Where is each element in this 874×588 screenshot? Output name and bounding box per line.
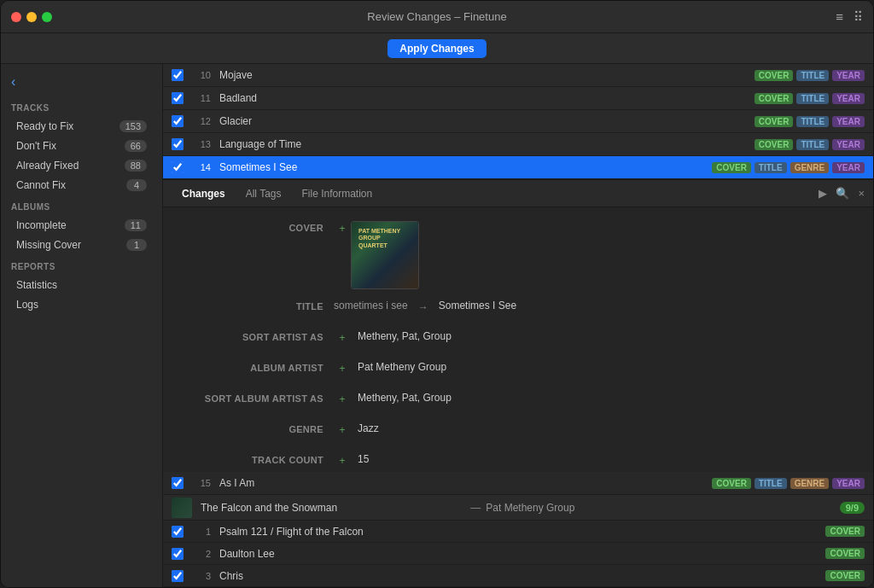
genre-tag: GENRE	[790, 478, 830, 489]
track-tags: COVER	[825, 570, 865, 581]
title-tag: TITLE	[755, 478, 787, 489]
sidebar-item-missing-cover[interactable]: Missing Cover 1	[6, 236, 157, 254]
cover-art-text: PAT METHENYGROUPQUARTET	[358, 228, 400, 249]
field-arrow: +	[334, 330, 351, 344]
minimize-button[interactable]	[26, 12, 37, 22]
field-row-cover: COVER + PAT METHENYGROUPQUARTET	[180, 221, 856, 289]
album-title: The Falcon and the Snowman	[201, 502, 465, 514]
main-layout: ‹ Tracks Ready to Fix 153 Don't Fix 66 A…	[1, 64, 873, 587]
table-row[interactable]: 13 Language of Time COVER TITLE YEAR	[163, 133, 873, 156]
field-row-title: TITLE sometimes i see → Sometimes I See	[180, 300, 856, 320]
table-row[interactable]: 11 Badland COVER TITLE YEAR	[163, 87, 873, 110]
tab-actions: ▶ 🔍 ×	[819, 187, 865, 200]
sidebar-item-cannot-fix[interactable]: Cannot Fix 4	[6, 176, 157, 195]
track-number: 10	[190, 70, 211, 80]
search-icon[interactable]: 🔍	[836, 187, 849, 200]
list-item[interactable]: The Falcon and the Snowman — Pat Metheny…	[163, 495, 873, 521]
field-old-value: sometimes i see	[334, 300, 408, 311]
list-view-icon[interactable]: ≡	[836, 9, 843, 24]
sidebar-item-statistics[interactable]: Statistics	[6, 276, 157, 294]
field-label: TITLE	[180, 300, 334, 311]
field-row-genre: GENRE + Jazz	[180, 422, 856, 443]
field-arrow: →	[415, 300, 432, 313]
apply-changes-button[interactable]: Apply Changes	[387, 39, 486, 58]
year-tag: YEAR	[832, 116, 865, 127]
track-checkbox[interactable]	[172, 92, 184, 104]
album-track-row[interactable]: 15 As I Am COVER TITLE GENRE YEAR	[163, 472, 873, 495]
detail-panel: Changes All Tags File Information ▶ 🔍 ×	[163, 179, 873, 472]
track-checkbox[interactable]	[172, 161, 184, 173]
year-tag: YEAR	[832, 139, 865, 150]
field-label: TRACK COUNT	[180, 453, 334, 465]
detail-tabs: Changes All Tags File Information ▶ 🔍 ×	[163, 180, 873, 207]
track-title: Daulton Lee	[219, 548, 825, 560]
sidebar-item-logs[interactable]: Logs	[6, 295, 157, 314]
window-title: Review Changes – Finetune	[367, 10, 506, 23]
track-tags: COVER TITLE YEAR	[755, 139, 865, 150]
sidebar-item-dont-fix[interactable]: Don't Fix 66	[6, 137, 157, 155]
table-row[interactable]: 3 Chris COVER	[163, 565, 873, 587]
table-row[interactable]: 10 Mojave COVER TITLE YEAR	[163, 64, 873, 87]
track-title: Sometimes I See	[219, 161, 712, 173]
track-title: Chris	[219, 570, 825, 582]
title-tag: TITLE	[755, 162, 787, 173]
titlebar: Review Changes – Finetune ≡ ⠿	[1, 1, 873, 33]
cover-tag: COVER	[755, 116, 794, 127]
table-row[interactable]: 12 Glacier COVER TITLE YEAR	[163, 110, 873, 133]
title-tag: TITLE	[796, 139, 829, 150]
field-row-sort-album-artist: SORT ALBUM ARTIST AS + Metheny, Pat, Gro…	[180, 392, 856, 412]
track-number: 3	[190, 571, 211, 581]
album-count-badge: 9/9	[840, 502, 865, 514]
table-row[interactable]: 14 Sometimes I See COVER TITLE GENRE YEA…	[163, 156, 873, 179]
sidebar-item-incomplete[interactable]: Incomplete 11	[6, 216, 157, 235]
track-checkbox[interactable]	[172, 570, 184, 582]
field-label: COVER	[180, 221, 334, 233]
table-row[interactable]: 1 Psalm 121 / Flight of the Falcon COVER	[163, 521, 873, 543]
cover-art: PAT METHENYGROUPQUARTET	[352, 221, 418, 289]
table-row[interactable]: 2 Daulton Lee COVER	[163, 543, 873, 565]
detail-content: COVER + PAT METHENYGROUPQUARTET	[163, 207, 873, 472]
field-arrow: +	[334, 453, 351, 467]
track-checkbox[interactable]	[172, 477, 184, 489]
track-checkbox[interactable]	[172, 69, 184, 81]
reports-section-label: Reports	[1, 255, 162, 275]
field-label: SORT ARTIST AS	[180, 330, 334, 342]
back-button[interactable]: ‹	[1, 71, 162, 96]
cover-tag: COVER	[712, 162, 751, 173]
track-tags: COVER TITLE YEAR	[755, 93, 865, 104]
track-number: 1	[190, 527, 211, 537]
cover-tag: COVER	[755, 93, 794, 104]
track-tags: COVER	[825, 548, 865, 559]
tab-changes[interactable]: Changes	[172, 183, 236, 205]
content-scroll[interactable]: 10 Mojave COVER TITLE YEAR 11 Badland	[163, 64, 873, 587]
cover-tag: COVER	[712, 478, 751, 489]
cover-container: PAT METHENYGROUPQUARTET	[351, 221, 419, 289]
year-tag: YEAR	[832, 70, 865, 81]
track-checkbox[interactable]	[172, 548, 184, 560]
cover-tag: COVER	[755, 70, 794, 81]
track-checkbox[interactable]	[172, 115, 184, 127]
field-new-value: Jazz	[358, 422, 379, 434]
track-number: 12	[190, 116, 211, 126]
year-tag: YEAR	[832, 93, 865, 104]
play-icon[interactable]: ▶	[819, 187, 827, 200]
track-title: Badland	[219, 92, 755, 104]
maximize-button[interactable]	[42, 12, 52, 22]
tracks-section-label: Tracks	[1, 96, 162, 116]
track-checkbox[interactable]	[172, 526, 184, 538]
close-icon[interactable]: ×	[858, 187, 865, 200]
grid-view-icon[interactable]: ⠿	[854, 9, 863, 25]
close-button[interactable]	[11, 12, 21, 22]
cover-image-new: PAT METHENYGROUPQUARTET	[351, 221, 419, 289]
album-art-image	[172, 498, 192, 518]
cover-tag: COVER	[825, 526, 865, 537]
separator: —	[470, 502, 481, 514]
genre-tag: GENRE	[790, 162, 830, 173]
field-label: ALBUM ARTIST	[180, 361, 334, 373]
tab-file-information[interactable]: File Information	[292, 183, 383, 205]
sidebar-item-ready-to-fix[interactable]: Ready to Fix 153	[6, 117, 157, 136]
sidebar-item-already-fixed[interactable]: Already Fixed 88	[6, 156, 157, 175]
track-number: 14	[190, 162, 211, 172]
tab-all-tags[interactable]: All Tags	[236, 183, 292, 205]
track-checkbox[interactable]	[172, 138, 184, 150]
